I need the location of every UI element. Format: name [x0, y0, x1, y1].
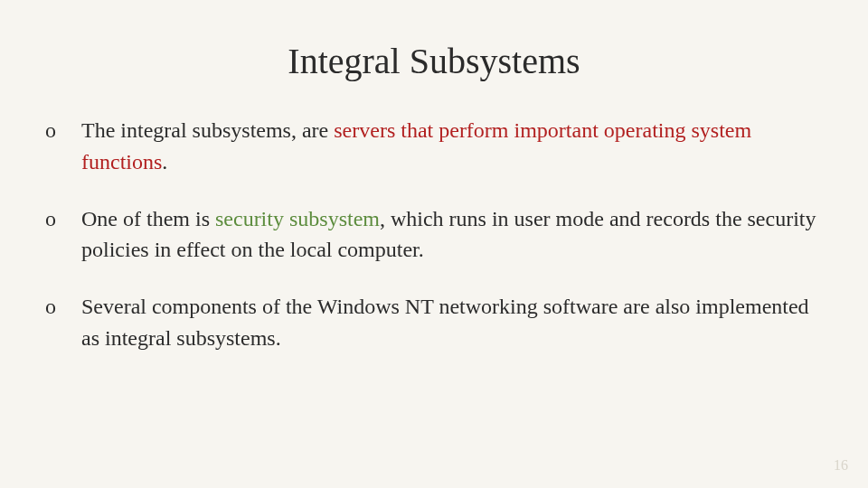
slide: Integral Subsystems o The integral subsy…	[0, 0, 868, 488]
list-text-highlight: security subsystem	[215, 207, 380, 230]
bullet-marker: o	[45, 203, 56, 235]
page-number: 16	[834, 457, 848, 474]
list-item: o One of them is security subsystem, whi…	[45, 203, 823, 267]
list-text-pre: The integral subsystems, are	[81, 118, 334, 142]
list-text-post: .	[162, 150, 167, 174]
list-item: o Several components of the Windows NT n…	[45, 291, 823, 354]
list-item: o The integral subsystems, are servers t…	[45, 115, 823, 178]
bullet-list: o The integral subsystems, are servers t…	[45, 115, 823, 354]
list-text-pre: Several components of the Windows NT net…	[81, 295, 809, 350]
slide-title: Integral Subsystems	[45, 40, 823, 82]
list-text-pre: One of them is	[81, 207, 215, 230]
bullet-marker: o	[45, 115, 56, 146]
bullet-marker: o	[45, 291, 56, 323]
